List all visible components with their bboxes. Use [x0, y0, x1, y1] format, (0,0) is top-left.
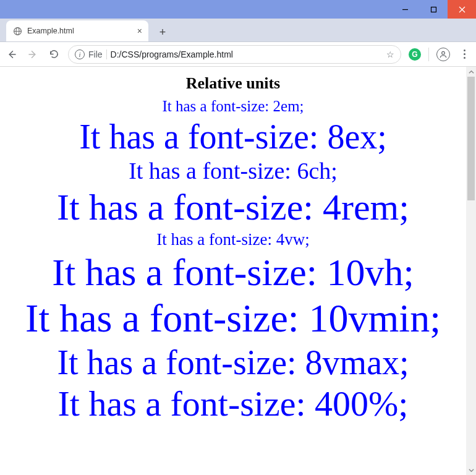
rendered-page: Relative units It has a font-size: 2em; …: [0, 74, 466, 425]
line-6ch: It has a font-size: 6ch;: [0, 158, 466, 185]
profile-avatar-button[interactable]: [436, 48, 450, 61]
bookmark-star-icon[interactable]: ☆: [386, 49, 394, 59]
tab-close-button[interactable]: ×: [137, 26, 142, 36]
svg-rect-1: [431, 7, 436, 12]
forward-button[interactable]: [26, 48, 40, 61]
address-bar[interactable]: i File D:/CSS/programs/Example.html ☆: [68, 45, 401, 64]
window-close-button[interactable]: [448, 0, 476, 19]
scrollbar-up-arrow[interactable]: [466, 67, 476, 77]
line-2em: It has a font-size: 2em;: [0, 98, 466, 116]
arrow-right-icon: [27, 49, 38, 60]
extension-badge[interactable]: G: [409, 48, 421, 61]
address-url: D:/CSS/programs/Example.html: [111, 49, 383, 59]
line-4rem: It has a font-size: 4rem;: [0, 186, 466, 229]
page-info-icon[interactable]: i: [75, 49, 85, 59]
window-maximize-button[interactable]: [419, 0, 448, 19]
reload-icon: [49, 49, 59, 59]
kebab-icon: [464, 49, 465, 59]
chevron-down-icon: [469, 468, 474, 473]
line-10vh: It has a font-size: 10vh;: [0, 250, 466, 294]
new-tab-button[interactable]: +: [153, 23, 172, 41]
globe-icon: [12, 26, 22, 36]
browser-toolbar: i File D:/CSS/programs/Example.html ☆ G: [0, 42, 476, 67]
page-viewport-wrap: Relative units It has a font-size: 2em; …: [0, 67, 476, 475]
line-10vmin: It has a font-size: 10vmin;: [0, 296, 466, 341]
page-viewport: Relative units It has a font-size: 2em; …: [0, 67, 466, 475]
chevron-up-icon: [469, 69, 474, 75]
plus-icon: +: [159, 26, 166, 39]
line-400pct: It has a font-size: 400%;: [0, 383, 466, 425]
address-scheme: File: [88, 49, 103, 59]
scrollbar-thumb[interactable]: [467, 77, 475, 200]
line-8ex: It has a font-size: 8ex;: [0, 117, 466, 156]
close-icon: [459, 6, 465, 13]
arrow-left-icon: [6, 49, 17, 60]
back-button[interactable]: [5, 48, 19, 61]
minimize-icon: [402, 6, 409, 13]
extension-badge-letter: G: [412, 50, 417, 59]
window-titlebar: [0, 0, 476, 19]
tab-title: Example.html: [27, 27, 132, 35]
window-minimize-button[interactable]: [391, 0, 419, 19]
tab-strip: Example.html × +: [0, 19, 476, 42]
svg-point-9: [442, 51, 445, 54]
vertical-scrollbar[interactable]: [466, 67, 476, 475]
person-icon: [439, 50, 448, 59]
maximize-icon: [430, 6, 437, 13]
line-4vw: It has a font-size: 4vw;: [0, 230, 466, 249]
browser-tab[interactable]: Example.html ×: [6, 20, 148, 41]
scrollbar-down-arrow[interactable]: [466, 465, 476, 475]
menu-button[interactable]: [457, 48, 471, 61]
reload-button[interactable]: [47, 48, 61, 61]
line-8vmax: It has a font-size: 8vmax;: [0, 343, 466, 382]
page-heading: Relative units: [0, 74, 466, 93]
address-separator: [106, 49, 107, 59]
toolbar-separator: [428, 48, 429, 61]
